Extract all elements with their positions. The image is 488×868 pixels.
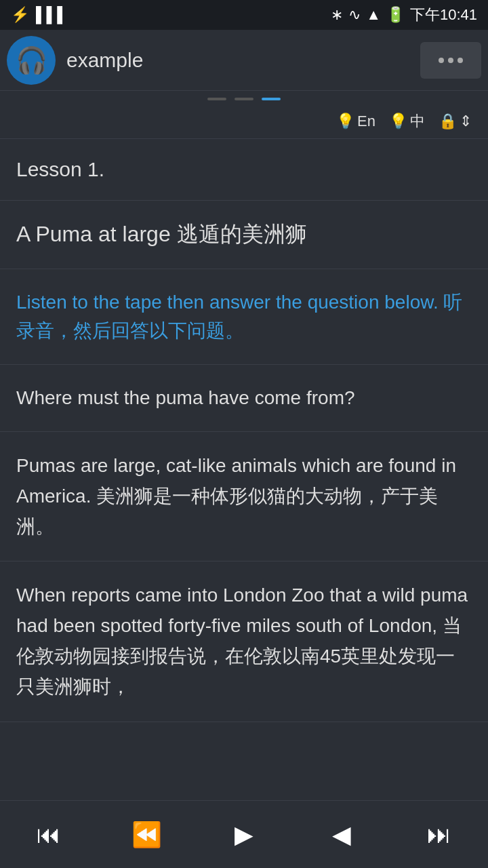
tab-indicators: [0, 91, 488, 104]
para2-section: When reports came into London Zoo that a…: [0, 561, 488, 722]
first-button[interactable]: ⏮: [22, 814, 76, 855]
play-button[interactable]: ▶: [217, 814, 271, 855]
tab-indicator-2[interactable]: [235, 98, 253, 100]
bulb-zh-icon: 💡: [389, 113, 407, 130]
instruction-section: Listen to the tape then answer the quest…: [0, 269, 488, 365]
status-left-icons: ⚡ ▌▌▌: [11, 6, 68, 24]
lesson-title-section: Lesson 1.: [0, 139, 488, 201]
status-right-icons: ∗ ∿ ▲ 🔋 下午10:41: [331, 5, 477, 25]
menu-dot-2: [448, 58, 453, 63]
usb-icon: ⚡: [11, 6, 29, 24]
tab-indicator-1[interactable]: [207, 98, 226, 100]
menu-dot-3: [458, 58, 463, 63]
first-icon: ⏮: [37, 821, 61, 849]
app-logo: 🎧: [7, 36, 56, 85]
back-button[interactable]: ◀: [314, 814, 369, 855]
bluetooth-icon: ∗: [331, 6, 343, 24]
lesson-title: Lesson 1.: [16, 158, 104, 180]
chinese-hint-toggle[interactable]: 💡 中: [389, 111, 425, 132]
next-icon: ⏭: [427, 821, 451, 849]
lock-arrows: ⇕: [460, 113, 472, 130]
app-title: example: [66, 49, 420, 72]
lock-icon: 🔒: [439, 113, 457, 130]
para2-text: When reports came into London Zoo that a…: [16, 585, 468, 696]
zh-label: 中: [410, 111, 425, 132]
prev-icon: ⏪: [131, 821, 162, 849]
question-section: Where must the puma have come from?: [0, 365, 488, 432]
en-label: En: [357, 113, 375, 130]
tab-indicator-3[interactable]: [262, 98, 281, 100]
headphone-icon: 🎧: [16, 45, 47, 75]
bulb-en-icon: 💡: [336, 113, 354, 130]
bottom-nav: ⏮ ⏪ ▶ ◀ ⏭: [0, 800, 488, 868]
content-area: Lesson 1. A Puma at large 逃遁的美洲狮 Listen …: [0, 139, 488, 800]
app-header: 🎧 example: [0, 30, 488, 91]
next-button[interactable]: ⏭: [412, 814, 466, 855]
para1-text: Pumas are large, cat-like animals which …: [16, 455, 456, 537]
wifi-icon: ∿: [348, 6, 361, 24]
battery-icon: 🔋: [386, 6, 405, 24]
lesson-subtitle-section: A Puma at large 逃遁的美洲狮: [0, 201, 488, 269]
controls-row: 💡 En 💡 中 🔒 ⇕: [0, 104, 488, 139]
question-text: Where must the puma have come from?: [16, 387, 355, 408]
instruction-text: Listen to the tape then answer the quest…: [16, 292, 462, 341]
english-hint-toggle[interactable]: 💡 En: [336, 113, 375, 130]
menu-button[interactable]: [420, 42, 481, 79]
signal-bars-icon: ▌▌▌: [36, 6, 68, 24]
cellular-icon: ▲: [366, 6, 381, 24]
back-icon: ◀: [332, 821, 351, 849]
para1-section: Pumas are large, cat-like animals which …: [0, 432, 488, 561]
clock: 下午10:41: [410, 5, 477, 25]
menu-dot-1: [439, 58, 444, 63]
lock-toggle[interactable]: 🔒 ⇕: [439, 113, 472, 130]
lesson-subtitle: A Puma at large 逃遁的美洲狮: [16, 222, 307, 246]
play-icon: ▶: [235, 821, 253, 849]
status-bar: ⚡ ▌▌▌ ∗ ∿ ▲ 🔋 下午10:41: [0, 0, 488, 30]
prev-button[interactable]: ⏪: [119, 814, 174, 855]
